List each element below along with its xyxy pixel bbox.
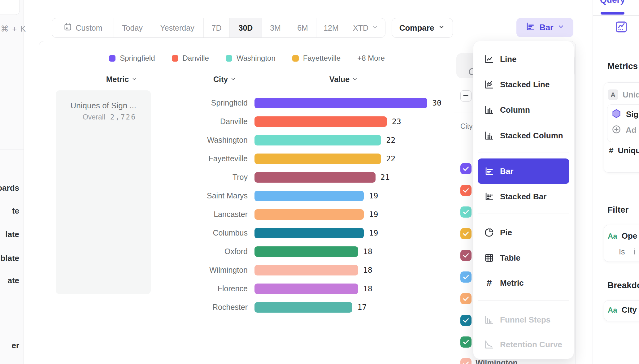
chart-type-menu: LineStacked LineColumnStacked ColumnBarS… (473, 41, 574, 359)
city-checkbox-washington[interactable] (460, 206, 472, 218)
bar-segment-rochester[interactable] (254, 302, 352, 313)
bar-segment-saint-marys[interactable] (254, 191, 364, 201)
menu-item-stacked-bar[interactable]: Stacked Bar (473, 184, 574, 209)
range-label: 12M (324, 24, 339, 32)
column-header-metric[interactable]: Metric (106, 75, 137, 84)
bar-segment-fayetteville[interactable] (254, 154, 381, 164)
column-header-city[interactable]: City (213, 75, 236, 84)
menu-item-label: Pie (500, 228, 512, 237)
breakdown-card[interactable]: Aa City (604, 300, 639, 321)
range-custom[interactable]: Custom (52, 18, 114, 37)
filter-card[interactable]: Aa Ope Is i (604, 225, 639, 262)
breakdown-heading: Breakdo (607, 280, 639, 290)
legend-item-springfield[interactable]: Springfield (109, 54, 155, 63)
menu-item-bar[interactable]: Bar (478, 158, 569, 184)
city-checkbox-columbus[interactable] (460, 315, 472, 326)
stacked-line-chart-icon (484, 79, 494, 90)
bar-segment-wilmington[interactable] (254, 265, 358, 275)
sidebar-item-fragment[interactable]: blate (0, 254, 19, 263)
check-icon (462, 208, 470, 216)
range-7d[interactable]: 7D (204, 18, 230, 37)
range-label: 3M (270, 24, 281, 32)
metric-card[interactable]: Uniques of Sign ... Overall2,726 (56, 90, 151, 294)
select-all-checkbox[interactable] (460, 90, 472, 102)
filter-property: Ope (622, 231, 637, 241)
menu-item-stacked-line[interactable]: Stacked Line (473, 72, 574, 97)
date-range-control: CustomTodayYesterday7D30D3M6M12MXTD (52, 18, 385, 38)
insights-icon[interactable] (615, 20, 628, 35)
sidebar-item-fragment[interactable]: oards (0, 183, 19, 193)
metric-row[interactable]: A Uniq (608, 89, 639, 100)
bar-segment-washington[interactable] (254, 135, 381, 145)
range-30d[interactable]: 30D (230, 18, 262, 37)
bar-row-label: Columbus (173, 228, 248, 237)
city-checkbox-fayetteville[interactable] (460, 228, 472, 239)
sidebar-item-fragment[interactable]: ate (7, 276, 19, 285)
chevron-down-icon (372, 24, 378, 32)
bar-segment-danville[interactable] (254, 116, 387, 127)
range-yesterday[interactable]: Yesterday (151, 18, 204, 37)
check-icon (462, 317, 470, 324)
hash-icon: # (609, 146, 613, 155)
chevron-down-icon (230, 75, 236, 84)
menu-item-pie[interactable]: Pie (473, 220, 574, 245)
add-label: Ad (626, 125, 637, 135)
menu-item-table[interactable]: Table (473, 245, 574, 271)
city-checkbox-wilmington[interactable] (460, 358, 472, 364)
metric-title: Uniques of Sign ... (71, 101, 136, 110)
range-6m[interactable]: 6M (289, 18, 316, 37)
menu-item-retention-curve: Retention Curve (473, 332, 574, 357)
metric-name: Uniq (623, 90, 639, 100)
legend-more[interactable]: +8 More (357, 54, 385, 63)
bar-row-label: Fayetteville (173, 154, 248, 163)
sidebar-item-fragment[interactable]: er (11, 341, 19, 350)
menu-item-line[interactable]: Line (473, 46, 574, 72)
event-row[interactable]: Sig (611, 108, 638, 120)
range-label: 6M (297, 24, 308, 32)
filter-operator: Is (619, 247, 625, 256)
bar-value-label: 21 (380, 173, 390, 182)
legend-item-washington[interactable]: Washington (226, 54, 276, 63)
bar-value-label: 18 (363, 266, 372, 275)
legend-item-danville[interactable]: Danville (172, 54, 209, 63)
city-checkbox-springfield[interactable] (460, 163, 472, 174)
hexagon-icon (611, 108, 622, 120)
bar-row-label: Danville (173, 117, 248, 126)
tab-query[interactable]: Query (600, 0, 625, 5)
menu-item-label: Metric (500, 278, 524, 288)
sidebar-divider (0, 149, 24, 150)
bar-segment-columbus[interactable] (254, 228, 364, 238)
add-event-row[interactable]: Ad (611, 124, 637, 136)
legend-item-fayetteville[interactable]: Fayetteville (292, 54, 341, 63)
menu-item-column[interactable]: Column (473, 97, 574, 123)
city-list-header: City (460, 122, 473, 131)
compare-button[interactable]: Compare (392, 18, 453, 38)
bar-segment-lancaster[interactable] (254, 209, 364, 220)
count-row[interactable]: # Uniqu (609, 146, 639, 155)
menu-item-stacked-column[interactable]: Stacked Column (473, 123, 574, 148)
city-checkbox-oxford[interactable] (460, 336, 472, 348)
chart-type-button[interactable]: Bar (516, 18, 573, 37)
bar-segment-florence[interactable] (254, 284, 358, 294)
sidebar-search-box[interactable] (0, 0, 20, 15)
range-xtd[interactable]: XTD (346, 18, 385, 37)
sidebar-item-fragment[interactable]: te (12, 206, 19, 216)
sidebar-item-fragment[interactable]: late (5, 230, 19, 239)
metric-icon: # (484, 278, 494, 288)
column-header-value[interactable]: Value (329, 75, 358, 84)
bar-segment-springfield[interactable] (254, 98, 427, 108)
range-3m[interactable]: 3M (262, 18, 289, 37)
range-today[interactable]: Today (114, 18, 151, 37)
city-checkbox-danville[interactable] (460, 185, 472, 196)
bar-value-label: 17 (357, 303, 367, 312)
city-checkbox-saint-marys[interactable] (460, 271, 472, 283)
city-checkbox-troy[interactable] (460, 250, 472, 261)
bar-segment-troy[interactable] (254, 172, 376, 183)
event-name: Sig (626, 110, 638, 119)
breakdown-property: City (622, 305, 637, 315)
menu-item-metric[interactable]: #Metric (473, 270, 574, 296)
check-icon (462, 360, 470, 364)
city-checkbox-lancaster[interactable] (460, 293, 472, 304)
bar-segment-oxford[interactable] (254, 246, 358, 257)
range-12m[interactable]: 12M (316, 18, 346, 37)
